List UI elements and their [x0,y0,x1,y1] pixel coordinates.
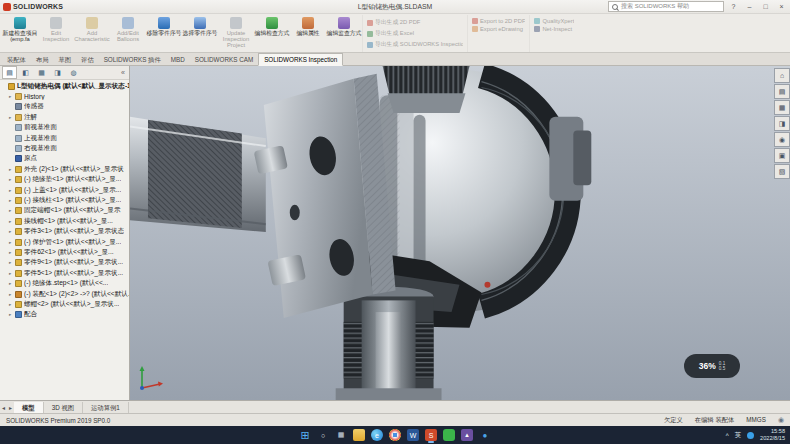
ribbon-small-button[interactable]: Export to 2D PDF [472,18,525,24]
task-pane-tab[interactable]: ▣ [774,148,790,163]
tree-item[interactable]: 原点 [0,154,129,164]
ribbon-button[interactable]: 新建检查项目 (emp.fa [2,15,38,52]
ribbon-button[interactable]: 移除零件序号 [146,15,182,52]
command-tab[interactable]: MBD [166,54,190,65]
close-button[interactable]: × [775,1,788,12]
tree-item[interactable]: ▸ 注解 [0,112,129,122]
panel-tab[interactable]: ◧ [18,66,33,79]
panel-tab[interactable]: ◍ [66,66,81,79]
ribbon-button[interactable]: Add/Edit Balloons [110,15,146,52]
command-tab-label: SOLIDWORKS 插件 [104,56,161,63]
view-tab[interactable]: 模型 [14,402,44,413]
taskbar-icon[interactable] [353,429,365,441]
tree-item[interactable]: ▸ (-) 接线柱<1> (默认<<默认>_显... [0,195,129,205]
command-tab-label: 装配体 [7,56,26,63]
command-tab[interactable]: SOLIDWORKS Inspection [258,53,343,66]
tree-item[interactable]: ▸ 固定端帽<1> (默认<<默认>_显示 [0,206,129,216]
ribbon-button[interactable]: 选择零件序号 [182,15,218,52]
search-input[interactable]: 搜索 SOLIDWORKS 帮助 [608,1,724,12]
tree-item[interactable]: ▸ History [0,91,129,101]
panel-pin-icon[interactable]: « [121,69,127,76]
tree-item[interactable]: ▸ 零件9<1> (默认<<默认>_显示状... [0,258,129,268]
status-custom-icon[interactable]: ◉ [778,416,784,424]
taskbar-icon[interactable]: S [425,429,437,441]
tree-item[interactable]: ▸ 零件5<1> (默认<<默认>_显示状... [0,268,129,278]
minimize-button[interactable]: – [743,1,756,12]
tree-item[interactable]: L型铂铑热电偶 (默认<默认_显示状态-1> [0,81,129,91]
model-bottom-cylinder[interactable] [336,287,442,400]
ribbon-button[interactable]: 编辑监查方式 [326,15,362,52]
tree-item[interactable]: ▸ (-) 绝缘垫<1> (默认<<默认>_显... [0,175,129,185]
command-tab[interactable]: 草图 [53,54,76,65]
tree-item[interactable]: ▸ (-) 上盖<1> (默认<<默认>_显示... [0,185,129,195]
taskbar-icon[interactable] [443,429,455,441]
tray-app-icon[interactable] [747,432,754,439]
tree-item[interactable]: 上视基准面 [0,133,129,143]
clock[interactable]: 15:58 2022/8/15 [760,428,785,441]
tray-chevron-icon[interactable]: ^ [726,432,729,439]
ribbon-small-button[interactable]: 导出生成 2D PDF [367,18,463,27]
ribbon-small-button[interactable]: QualityXpert [534,18,574,24]
ribbon-small-button[interactable]: Export eDrawing [472,26,525,32]
tree-item[interactable]: ▸ (-) 绝缘体.step<1> (默认<<... [0,278,129,288]
task-pane-tab[interactable]: ⌂ [774,68,790,83]
command-tab[interactable]: 评估 [76,54,99,65]
taskbar-icon[interactable]: ▦ [335,429,347,441]
taskbar-icon[interactable] [389,429,401,441]
task-pane-tab[interactable]: ▦ [774,100,790,115]
view-tab[interactable]: 运动算例1 [83,402,129,413]
tree-item[interactable]: 右视基准面 [0,143,129,153]
ribbon-small-button[interactable]: 导出生成 SOLIDWORKS Inspection 项目 [367,40,463,49]
tree-item[interactable]: 前视基准面 [0,123,129,133]
model-red-marker[interactable] [484,282,490,288]
panel-tab[interactable]: ▤ [2,66,17,79]
task-pane-tab[interactable]: ▧ [774,164,790,179]
taskbar-icon[interactable]: ● [479,429,491,441]
tree-item[interactable]: ▸ (-) 保护管<1> (默认<<默认>_显... [0,237,129,247]
tree-item[interactable]: 传感器 [0,102,129,112]
tree-item[interactable]: ▸ 外壳 (2)<1> (默认<<默认>_显示状 [0,164,129,174]
task-pane-tab[interactable]: ◨ [774,116,790,131]
command-tab[interactable]: 布局 [31,54,54,65]
tree-item[interactable]: ▸ 螺帽<2> (默认<<默认>_显示状... [0,299,129,309]
ribbon-button[interactable]: Update Inspection Project [218,15,254,52]
command-tab[interactable]: 装配体 [2,54,31,65]
taskbar-icon-glyph: ○ [321,432,325,439]
tree-item[interactable]: ▸ 接线帽<1> (默认<<默认>_显... [0,216,129,226]
scroll-right-icon[interactable]: ▸ [7,404,14,411]
panel-tab[interactable]: ◨ [50,66,65,79]
task-pane-tab[interactable]: ▤ [774,84,790,99]
ribbon-button[interactable]: 编辑属性 [290,15,326,52]
tree-item[interactable]: ▸ 零件62<1> (默认<<默认>_显... [0,247,129,257]
ribbon-button[interactable]: 编辑检查方式 [254,15,290,52]
ribbon-small-button[interactable]: 导出生成 Excel [367,29,463,38]
model-top-threads[interactable] [383,66,470,113]
ribbon-button[interactable]: Edit Inspection [38,15,74,52]
ime-indicator[interactable]: 英 [735,431,741,440]
taskbar-icon-glyph: ● [483,431,488,440]
tree-item[interactable]: ▸ (-) 装配<1> (2)<2> ->? (默认<<默认... [0,289,129,299]
taskbar-icon[interactable]: W [407,429,419,441]
taskbar-icon[interactable]: ⊞ [299,429,311,441]
tree-item[interactable]: ▸ 零件3<1> (默认<<默认>_显示状态 [0,226,129,236]
tree-item[interactable]: ▸ 配合 [0,310,129,320]
task-pane-strip: ⌂ ▤ ▦ ◨ ◉ [774,68,790,179]
model-flange[interactable] [254,74,396,318]
command-tab[interactable]: SOLIDWORKS CAM [190,54,258,65]
export-label: Export to 2D PDF [480,18,525,24]
view-tab[interactable]: 3D 视图 [44,402,83,413]
scroll-left-icon[interactable]: ◂ [0,404,7,411]
taskbar-icon[interactable]: ○ [317,429,329,441]
task-pane-icon: ▧ [779,168,786,176]
ribbon-button[interactable]: Add Characteristic [74,15,110,52]
help-button[interactable]: ? [727,1,740,12]
model-canvas[interactable] [130,66,790,400]
command-tab[interactable]: SOLIDWORKS 插件 [99,54,166,65]
ribbon-small-button[interactable]: Net-Inspect [534,26,574,32]
graphics-viewport[interactable]: ⌂ ▤ ▦ ◨ ◉ [130,66,790,400]
taskbar-icon[interactable]: ▲ [461,429,473,441]
panel-tab[interactable]: ▦ [34,66,49,79]
maximize-button[interactable]: □ [759,1,772,12]
task-pane-tab[interactable]: ◉ [774,132,790,147]
taskbar-icon[interactable]: e [371,429,383,441]
